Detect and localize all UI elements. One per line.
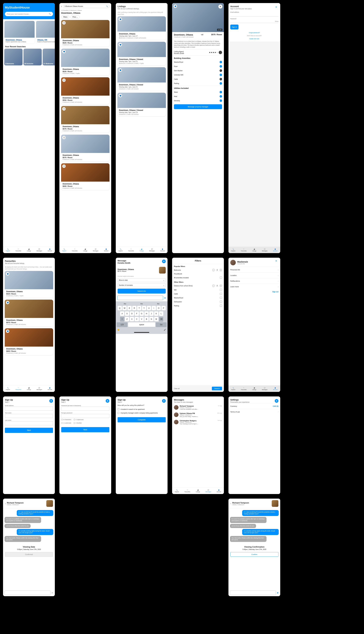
favourite-toggle[interactable] [6,272,9,276]
search-button[interactable]: Search [212,387,222,390]
tab-listings[interactable]: 🏙Listings [26,387,32,391]
listing-thumb[interactable] [46,500,53,507]
key-u[interactable]: U [147,306,151,310]
complete-button[interactable]: Complete [118,417,166,422]
tab-listings[interactable]: 🏙Listings [26,248,32,252]
filter-toggle[interactable] [220,293,222,295]
avatar[interactable] [230,260,236,265]
hero-image[interactable]: ✕ 1 / 32 [172,3,224,32]
close-button[interactable]: ✕ [162,260,166,263]
favourite-toggle[interactable] [62,164,66,168]
signout-link[interactable]: Sign out [228,289,280,294]
favourite-toggle[interactable] [119,94,122,97]
tab-messages[interactable]: 💬Messages [261,387,268,391]
password-input[interactable] [61,407,109,411]
message-item[interactable]: Uptown Ottawa PMOttawa, 6 BedroomSee you… [172,411,224,418]
close-button[interactable]: ✕ [275,399,278,403]
key-n[interactable]: N [149,317,154,321]
key-k[interactable]: K [154,311,158,316]
tab-messages[interactable]: 💬Messages [92,248,99,252]
search-input[interactable]: Find your next student house... 🔍 [5,12,53,16]
key-s[interactable]: S [125,311,129,316]
backspace-key[interactable]: ⌫ [159,317,163,321]
emoji-key[interactable]: 😊 [117,329,120,331]
back-button[interactable]: ‹ [5,502,6,505]
minus-icon[interactable]: − [212,269,215,271]
message-item[interactable]: Christopher RodgersOttawa, 4 BedroomYour… [172,418,224,426]
favourite-toggle[interactable] [62,79,66,82]
kb-suggestion[interactable]: the [124,303,126,305]
menu-item[interactable]: Learn more› [228,284,280,289]
close-button[interactable]: ✕ [162,399,166,403]
tab-explore[interactable]: 🔍Explore [5,248,11,252]
distance-stepper[interactable]: − 0 + [212,285,222,287]
promo-card[interactable]: Ottawa, ON Explore all apartments locate… [36,21,55,44]
kb-suggestion[interactable]: the [140,303,143,305]
tab-explore[interactable]: 🔍Explore [230,387,236,391]
firstname-input[interactable] [5,414,53,418]
favourite-toggle[interactable] [62,107,66,111]
home-indicator[interactable] [134,332,149,333]
space-key[interactable]: space [128,322,155,327]
repassword-input[interactable] [61,414,109,418]
favourite-toggle[interactable] [6,329,9,333]
viewing-card[interactable]: Downtown, Ottawa | ViewedViewing date: 3… [117,42,166,66]
search-input[interactable]: 6 Bedroom Ottawa Houses 🔍 [63,5,110,8]
key-b[interactable]: B [144,317,149,321]
message-input[interactable] [117,296,163,300]
key-f[interactable]: F [135,311,139,316]
minus-icon[interactable]: − [212,285,215,287]
key-e[interactable]: E [127,306,132,310]
tab-account[interactable]: 👤Account [272,248,278,252]
tab-account[interactable]: 👤Account [216,489,222,493]
settings-currency[interactable]: Currency CAD ($) [228,403,280,409]
favourite-toggle[interactable] [62,21,66,25]
listing-card[interactable]: Downtown, Ottawa$575 / Room6 bedroom | 2… [61,134,110,162]
tab-favourites[interactable]: ♡Favourites [240,248,248,252]
recent-chip[interactable]: 5+ Bedrooms [43,49,55,65]
filter-toggle[interactable] [220,289,222,291]
close-button[interactable]: ✕ [218,5,222,9]
tab-listings[interactable]: 🏙Listings [195,489,201,493]
email-input[interactable] [230,13,278,17]
menu-item[interactable]: Notifacations› [228,278,280,284]
key-d[interactable]: D [130,311,134,316]
submit-info-button[interactable]: Submit info [118,289,166,294]
chat-input[interactable] [4,590,50,595]
lastname-input[interactable] [5,421,53,425]
plus-icon[interactable]: + [220,285,222,287]
tab-explore[interactable]: 🔍Explore [174,489,180,493]
filters-button[interactable]: Filters [61,16,69,19]
password-input[interactable] [230,20,275,23]
send-icon[interactable]: ➤ [277,591,279,594]
tab-listings[interactable]: 🏙Listings [251,387,257,391]
back-button[interactable]: ‹ [61,5,62,8]
key-o[interactable]: O [156,306,161,310]
tab-account[interactable]: 👤Account [47,387,53,391]
favourite-toggle[interactable] [6,301,9,304]
tab-explore[interactable]: 🔍Explore [5,387,11,391]
listing-card[interactable]: Downtown, Ottawa$525 / Room6 bedroom | 2… [61,20,110,47]
mic-key[interactable]: 🎤 [164,329,166,331]
favourite-toggle[interactable] [119,43,122,46]
settings-terms[interactable]: Terms of use › [228,409,280,414]
filter-toggle[interactable] [220,297,222,299]
tab-messages[interactable]: 💬Messages [148,248,156,252]
tab-explore[interactable]: 🔍Explore [118,248,124,252]
go-key[interactable]: Go [156,322,166,327]
close-button[interactable]: ✕ [106,399,109,403]
kb-suggestion[interactable]: the [157,303,160,305]
key-r[interactable]: R [132,306,136,310]
key-t[interactable]: T [137,306,141,310]
next-button[interactable]: Next [61,427,109,432]
plus-icon[interactable]: + [220,269,222,271]
numbers-key[interactable]: 123 [117,322,128,327]
tab-favourites[interactable]: ♡Favourites [240,387,248,391]
option-manager[interactable]: A property manager and/or company listin… [116,411,168,415]
tab-messages[interactable]: 💬Messages [36,248,43,252]
chat-input[interactable] [230,590,276,595]
viewing-card[interactable]: Downtown, OttawaViewing date: 5pm, June … [117,16,166,40]
all-amenities-toggle[interactable] [220,277,222,279]
tab-messages[interactable]: 💬Messages [205,489,212,493]
back-button[interactable]: ‹ [230,502,231,505]
